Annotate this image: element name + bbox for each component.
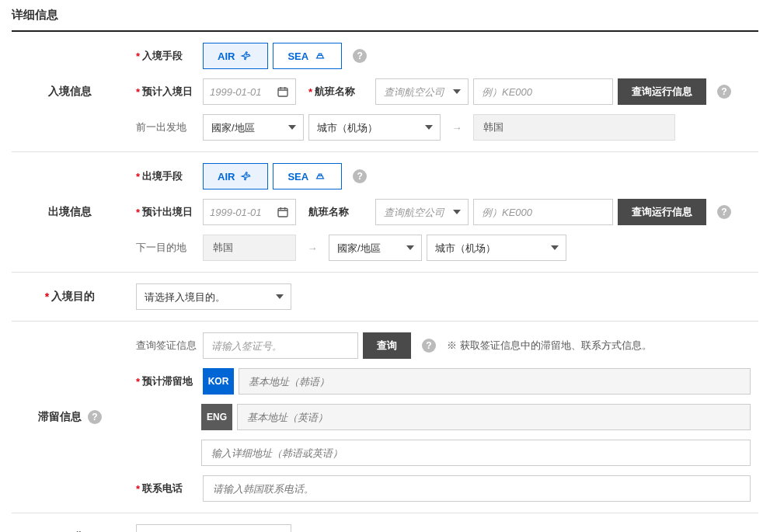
section-stay: 滞留信息 ? 查询签证信息 查询 ? ※ 获取签证信息中的滞留地、联系方式信息。… (12, 322, 758, 513)
label-exit-date: 预计出境日 (136, 205, 198, 219)
help-icon[interactable]: ? (353, 49, 367, 63)
visa-note: ※ 获取签证信息中的滞留地、联系方式信息。 (447, 339, 652, 353)
kor-badge: KOR (203, 368, 234, 395)
airplane-icon (239, 171, 253, 182)
stay-section-text: 滞留信息 (38, 410, 82, 424)
label-entry-flight: 航班名称 (308, 85, 371, 99)
section-label-entry: 入境信息 (12, 32, 128, 151)
entry-date-input[interactable]: 1999-01-01 (203, 78, 296, 105)
occupation-select[interactable]: 请选择职业 (136, 524, 291, 532)
address-kor-input[interactable] (239, 368, 751, 395)
address-eng-input[interactable] (237, 404, 751, 430)
label-exit-method: 出境手段 (136, 169, 198, 183)
calendar-icon (277, 85, 289, 98)
help-icon[interactable]: ? (717, 205, 731, 219)
exit-air-label: AIR (218, 171, 235, 183)
entry-sea-button[interactable]: SEA (273, 43, 342, 69)
label-visa-query: 查询签证信息 (136, 339, 198, 353)
purpose-select[interactable]: 请选择入境目的。 (136, 283, 291, 310)
label-entry-date: 预计入境日 (136, 85, 198, 99)
entry-air-button[interactable]: AIR (203, 43, 268, 69)
arrow-right-icon: → (445, 114, 469, 141)
entry-query-button[interactable]: 查询运行信息 (618, 78, 706, 105)
exit-air-button[interactable]: AIR (203, 163, 268, 190)
entry-city-select[interactable]: 城市（机场） (308, 114, 441, 141)
section-label-occupation: 职业 (12, 513, 128, 532)
visa-number-input[interactable] (203, 332, 358, 359)
section-occupation: 职业 请选择职业 (12, 513, 758, 532)
label-next-destination: 下一目的地 (136, 241, 198, 255)
exit-query-button[interactable]: 查询运行信息 (618, 199, 706, 225)
exit-date-value: 1999-01-01 (210, 207, 272, 218)
arrow-right-icon: → (301, 235, 324, 261)
visa-query-button[interactable]: 查询 (363, 332, 411, 359)
help-icon[interactable]: ? (88, 410, 102, 424)
section-label-purpose: 入境目的 (12, 273, 128, 321)
calendar-icon (277, 206, 289, 218)
section-purpose: 入境目的 请选择入境目的。 (12, 273, 758, 322)
eng-badge: ENG (201, 404, 232, 430)
section-exit: 出境信息 出境手段 AIR SEA ? 预计出境日 1999-01-01 (12, 152, 758, 273)
svg-rect-0 (278, 88, 287, 96)
exit-sea-label: SEA (287, 171, 308, 183)
entry-date-value: 1999-01-01 (210, 86, 272, 98)
ship-icon (313, 171, 327, 182)
label-entry-method: 入境手段 (136, 49, 198, 63)
entry-airline-select[interactable]: 查询航空公司 (375, 78, 469, 105)
svg-rect-1 (278, 208, 287, 217)
section-entry: 入境信息 入境手段 AIR SEA ? 预计入境日 1999-01-01 (12, 32, 758, 152)
section-label-stay: 滞留信息 ? (12, 322, 128, 513)
label-prev-departure: 前一出发地 (136, 120, 198, 134)
exit-date-input[interactable]: 1999-01-01 (203, 199, 296, 225)
label-exit-flight: 航班名称 (308, 205, 371, 219)
entry-sea-label: SEA (287, 50, 308, 62)
airplane-icon (239, 50, 253, 61)
address-detail-input[interactable] (201, 440, 751, 466)
exit-origin-fixed: 韩国 (203, 235, 296, 261)
exit-flight-input[interactable] (473, 199, 613, 225)
entry-flight-input[interactable] (473, 78, 613, 105)
help-icon[interactable]: ? (717, 85, 731, 99)
page-title: 详细信息 (12, 8, 758, 30)
entry-destination-fixed: 韩国 (473, 114, 675, 141)
exit-city-select[interactable]: 城市（机场） (427, 235, 566, 261)
label-stay-address: 预计滞留地 (136, 374, 198, 388)
label-contact-phone: 联系电话 (136, 482, 198, 495)
help-icon[interactable]: ? (422, 339, 436, 353)
contact-phone-input[interactable] (203, 475, 751, 502)
help-icon[interactable]: ? (353, 169, 367, 183)
section-label-exit: 出境信息 (12, 152, 128, 272)
exit-sea-button[interactable]: SEA (273, 163, 342, 190)
exit-airline-select[interactable]: 查询航空公司 (375, 199, 469, 225)
entry-country-select[interactable]: 國家/地區 (203, 114, 304, 141)
ship-icon (313, 50, 327, 61)
exit-country-select[interactable]: 國家/地區 (329, 235, 422, 261)
entry-air-label: AIR (218, 50, 235, 62)
